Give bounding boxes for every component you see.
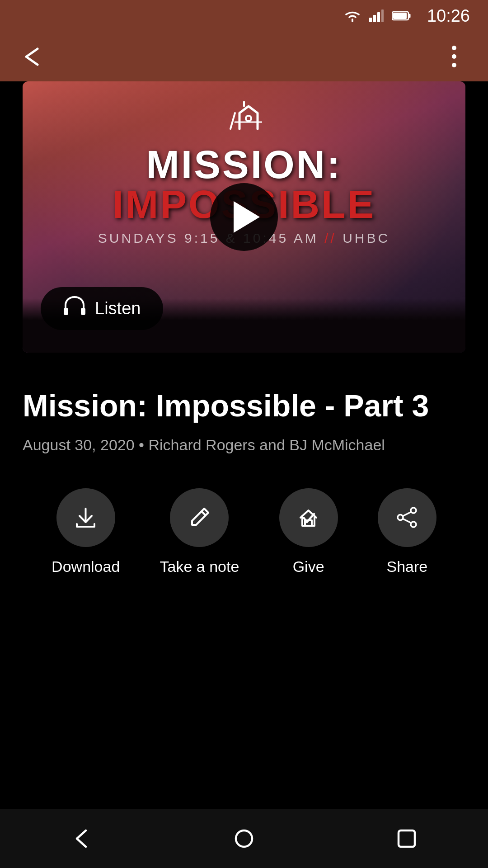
svg-point-6 xyxy=(246,116,251,121)
play-triangle-icon xyxy=(234,201,260,233)
give-circle xyxy=(279,488,338,547)
svg-rect-2 xyxy=(377,12,380,22)
svg-rect-8 xyxy=(81,308,85,315)
status-icons: 10:26 xyxy=(344,6,470,26)
sermon-separator: • xyxy=(139,436,148,453)
dot xyxy=(452,54,456,59)
sermon-date: August 30, 2020 xyxy=(23,436,135,453)
battery-icon xyxy=(392,10,412,21)
svg-rect-3 xyxy=(381,9,384,22)
bottom-nav xyxy=(0,809,488,868)
sermon-meta: August 30, 2020 • Richard Rogers and BJ … xyxy=(23,434,465,457)
share-label: Share xyxy=(386,558,427,576)
nav-back-button[interactable] xyxy=(63,821,99,857)
sermon-speakers: Richard Rogers and BJ McMichael xyxy=(148,436,385,453)
svg-rect-1 xyxy=(373,15,376,22)
share-icon xyxy=(394,505,419,530)
svg-rect-0 xyxy=(369,18,372,22)
listen-label: Listen xyxy=(95,299,141,318)
signal-icon xyxy=(369,9,384,22)
status-time: 10:26 xyxy=(427,6,470,26)
take-note-action[interactable]: Take a note xyxy=(160,488,239,576)
play-button[interactable] xyxy=(210,183,278,251)
top-nav xyxy=(0,32,488,81)
download-label: Download xyxy=(52,558,120,576)
svg-point-14 xyxy=(236,830,252,847)
svg-rect-5 xyxy=(393,13,407,19)
sermon-title: Mission: Impossible - Part 3 xyxy=(23,389,465,423)
svg-line-12 xyxy=(403,512,411,516)
listen-button[interactable]: Listen xyxy=(41,287,163,330)
download-circle xyxy=(56,488,115,547)
svg-point-11 xyxy=(398,515,403,520)
give-label: Give xyxy=(293,558,324,576)
give-action[interactable]: Give xyxy=(279,488,338,576)
more-options-button[interactable] xyxy=(438,41,470,72)
status-bar: 10:26 xyxy=(0,0,488,32)
headphones-icon xyxy=(63,296,86,321)
note-circle xyxy=(170,488,229,547)
svg-rect-7 xyxy=(64,308,68,315)
share-circle xyxy=(378,488,436,547)
dot xyxy=(452,63,456,67)
nav-home-button[interactable] xyxy=(226,821,262,857)
content-area: Mission: Impossible - Part 3 August 30, … xyxy=(0,366,488,809)
dot xyxy=(452,46,456,50)
church-logo xyxy=(226,99,262,142)
give-icon xyxy=(296,505,321,530)
share-action[interactable]: Share xyxy=(378,488,436,576)
svg-rect-15 xyxy=(399,830,415,847)
media-thumbnail: MISSION: IMPOSSIBLE SUNDAYS 9:15 & 10:45… xyxy=(23,81,465,353)
download-icon xyxy=(73,505,98,530)
note-label: Take a note xyxy=(160,558,239,576)
svg-line-13 xyxy=(403,519,411,523)
media-background: MISSION: IMPOSSIBLE SUNDAYS 9:15 & 10:45… xyxy=(23,81,465,353)
note-icon xyxy=(187,505,212,530)
nav-recent-button[interactable] xyxy=(389,821,425,857)
wifi-icon xyxy=(344,9,361,22)
download-action[interactable]: Download xyxy=(52,488,120,576)
back-button[interactable] xyxy=(18,41,50,72)
actions-row: Download Take a note xyxy=(23,488,465,576)
